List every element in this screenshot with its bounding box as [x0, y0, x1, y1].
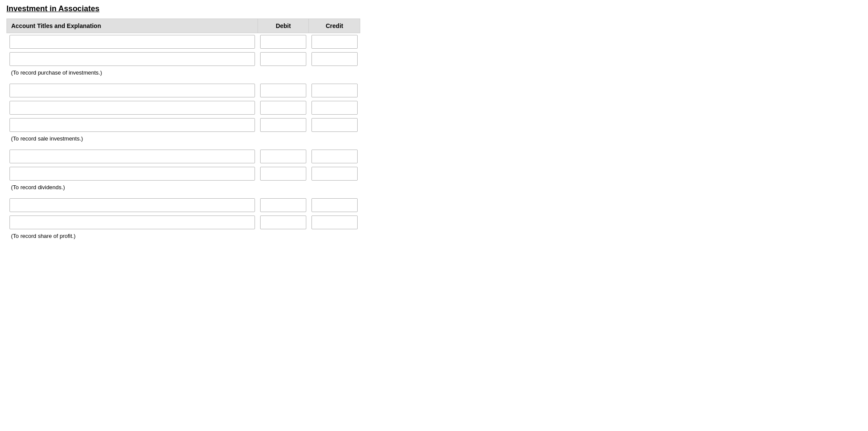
note-text-purchase: (To record purchase of investments.): [7, 68, 360, 79]
note-text-profit: (To record share of profit.): [7, 231, 360, 243]
credit-header: Credit: [309, 19, 360, 33]
debit-input-profit-0[interactable]: [260, 198, 306, 212]
account-input-sale-0[interactable]: [9, 84, 255, 97]
account-input-sale-1[interactable]: [9, 101, 255, 115]
credit-input-sale-1[interactable]: [311, 101, 358, 115]
debit-input-profit-1[interactable]: [260, 216, 306, 229]
note-row-dividends: (To record dividends.): [7, 182, 360, 194]
debit-input-purchase-1[interactable]: [260, 52, 306, 66]
account-input-purchase-0[interactable]: [9, 35, 255, 49]
account-input-dividends-0[interactable]: [9, 150, 255, 163]
debit-input-sale-0[interactable]: [260, 84, 306, 97]
note-row-purchase: (To record purchase of investments.): [7, 68, 360, 79]
table-header-row: Account Titles and Explanation Debit Cre…: [7, 19, 360, 33]
debit-input-purchase-0[interactable]: [260, 35, 306, 49]
table-row: [7, 116, 360, 134]
table-row: [7, 148, 360, 165]
credit-input-dividends-1[interactable]: [311, 167, 358, 181]
debit-input-sale-2[interactable]: [260, 118, 306, 132]
account-input-dividends-1[interactable]: [9, 167, 255, 181]
credit-input-purchase-1[interactable]: [311, 52, 358, 66]
debit-header: Debit: [258, 19, 309, 33]
account-input-profit-0[interactable]: [9, 198, 255, 212]
credit-input-purchase-0[interactable]: [311, 35, 358, 49]
table-row: [7, 50, 360, 68]
note-text-dividends: (To record dividends.): [7, 182, 360, 194]
table-row: [7, 214, 360, 231]
note-row-sale: (To record sale investments.): [7, 134, 360, 145]
account-input-profit-1[interactable]: [9, 216, 255, 229]
note-row-profit: (To record share of profit.): [7, 231, 360, 243]
table-row: [7, 33, 360, 51]
credit-input-sale-2[interactable]: [311, 118, 358, 132]
table-row: [7, 165, 360, 182]
debit-input-dividends-0[interactable]: [260, 150, 306, 163]
debit-input-sale-1[interactable]: [260, 101, 306, 115]
journal-table: Account Titles and Explanation Debit Cre…: [6, 19, 360, 243]
page-title: Investment in Associates: [6, 4, 862, 13]
account-input-sale-2[interactable]: [9, 118, 255, 132]
note-text-sale: (To record sale investments.): [7, 134, 360, 145]
table-row: [7, 99, 360, 116]
credit-input-dividends-0[interactable]: [311, 150, 358, 163]
table-row: [7, 197, 360, 214]
table-row: [7, 82, 360, 99]
credit-input-profit-1[interactable]: [311, 216, 358, 229]
account-input-purchase-1[interactable]: [9, 52, 255, 66]
debit-input-dividends-1[interactable]: [260, 167, 306, 181]
credit-input-profit-0[interactable]: [311, 198, 358, 212]
credit-input-sale-0[interactable]: [311, 84, 358, 97]
account-header: Account Titles and Explanation: [7, 19, 258, 33]
